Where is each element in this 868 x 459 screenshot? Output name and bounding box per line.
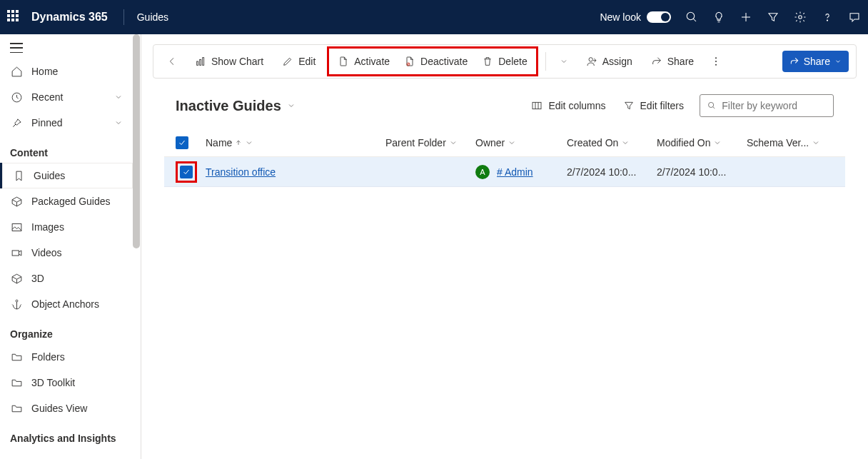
search-icon[interactable] xyxy=(685,11,698,24)
folder-icon xyxy=(10,376,23,389)
sidebar-item-label: Packaged Guides xyxy=(31,196,111,207)
lightbulb-icon[interactable] xyxy=(712,11,725,24)
column-header-modified[interactable]: Modified On xyxy=(657,137,747,148)
video-icon xyxy=(10,246,23,259)
sidebar-item-toolkit[interactable]: 3D Toolkit xyxy=(0,370,133,395)
keyword-search[interactable] xyxy=(700,94,834,117)
gear-icon[interactable] xyxy=(794,11,807,24)
toggle-icon[interactable] xyxy=(647,11,671,23)
separator xyxy=(545,52,546,71)
assign-button[interactable]: Assign xyxy=(579,50,640,73)
sidebar-item-packaged[interactable]: Packaged Guides xyxy=(0,188,133,214)
svg-rect-10 xyxy=(197,61,198,65)
cell-created: 2/7/2024 10:0... xyxy=(567,166,636,178)
chevron-down-icon xyxy=(287,101,296,110)
chevron-down-icon xyxy=(621,138,630,147)
view-header: Inactive Guides Edit columns Edit filter… xyxy=(153,87,857,120)
search-input[interactable] xyxy=(722,100,826,111)
column-header-owner[interactable]: Owner xyxy=(475,137,567,148)
help-icon[interactable] xyxy=(821,11,834,24)
svg-point-22 xyxy=(709,102,714,107)
sidebar-item-images[interactable]: Images xyxy=(0,214,133,240)
sidebar-item-label: Guides xyxy=(34,170,65,181)
edit-filters-button[interactable]: Edit filters xyxy=(615,94,692,117)
sidebar-item-videos[interactable]: Videos xyxy=(0,240,133,266)
view-name: Inactive Guides xyxy=(176,98,281,114)
share-button[interactable]: Share xyxy=(644,50,701,73)
edit-columns-button[interactable]: Edit columns xyxy=(523,94,614,117)
edit-button[interactable]: Edit xyxy=(275,50,323,73)
sidebar-item-label: Videos xyxy=(31,247,62,258)
delete-button[interactable]: Delete xyxy=(475,50,534,73)
sidebar-item-folders[interactable]: Folders xyxy=(0,344,133,370)
sidebar-item-guides[interactable]: Guides xyxy=(0,163,133,188)
svg-point-9 xyxy=(16,300,18,302)
bookmark-icon xyxy=(12,169,25,182)
sidebar-item-label: Images xyxy=(31,221,64,233)
column-header-created[interactable]: Created On xyxy=(567,137,657,148)
hamburger-icon[interactable] xyxy=(10,43,23,53)
sidebar-item-pinned[interactable]: Pinned xyxy=(0,110,133,136)
svg-rect-11 xyxy=(200,59,201,65)
sidebar-item-recent[interactable]: Recent xyxy=(0,84,133,110)
chevron-down-icon xyxy=(114,118,123,127)
label: Edit filters xyxy=(640,100,684,111)
column-label: Schema Ver... xyxy=(747,137,809,148)
sidebar-item-anchors[interactable]: Object Anchors xyxy=(0,291,133,317)
table-row[interactable]: Transition office A # Admin 2/7/2024 10:… xyxy=(164,157,845,187)
svg-rect-7 xyxy=(12,223,21,231)
folder-icon xyxy=(10,402,23,415)
command-bar: Show Chart Edit Activate Deactivate Dele… xyxy=(153,44,857,79)
svg-line-1 xyxy=(693,19,696,21)
column-header-schema[interactable]: Schema Ver... xyxy=(747,137,825,148)
sort-asc-icon xyxy=(235,139,242,146)
sidebar-item-label: Pinned xyxy=(31,117,63,128)
column-header-parent[interactable]: Parent Folder xyxy=(385,137,475,148)
select-all-checkbox[interactable] xyxy=(176,136,188,149)
main-area: Show Chart Edit Activate Deactivate Dele… xyxy=(141,34,868,459)
cube-icon xyxy=(10,272,23,285)
show-chart-button[interactable]: Show Chart xyxy=(188,50,271,73)
column-header-name[interactable]: Name xyxy=(206,137,385,148)
chevron-down-icon xyxy=(713,138,722,147)
sidebar-item-label: Home xyxy=(31,66,58,77)
label: Edit columns xyxy=(548,100,605,111)
svg-rect-8 xyxy=(12,250,19,255)
svg-point-17 xyxy=(715,61,717,62)
grid-header-row: Name Parent Folder Owner Created On xyxy=(164,128,845,157)
svg-rect-19 xyxy=(533,102,541,109)
filter-icon[interactable] xyxy=(767,11,779,24)
back-button[interactable] xyxy=(161,50,183,73)
more-commands-button[interactable] xyxy=(705,56,727,67)
new-look-toggle[interactable]: New look xyxy=(600,11,671,23)
activate-button[interactable]: Activate xyxy=(330,50,397,73)
owner-link[interactable]: # Admin xyxy=(497,166,533,178)
overflow-dropdown[interactable] xyxy=(553,57,575,66)
divider xyxy=(123,9,124,25)
svg-line-14 xyxy=(408,64,410,66)
record-link[interactable]: Transition office xyxy=(206,166,276,178)
home-icon xyxy=(10,65,23,78)
cmd-label: Share xyxy=(667,56,694,67)
module-title[interactable]: Guides xyxy=(137,11,168,23)
assistant-icon[interactable] xyxy=(848,11,861,24)
share-primary-button[interactable]: Share xyxy=(782,51,849,72)
sidebar-item-guides-view[interactable]: Guides View xyxy=(0,395,133,421)
sidebar-item-label: Folders xyxy=(31,351,65,363)
brand-title: Dynamics 365 xyxy=(31,11,108,24)
column-label: Created On xyxy=(567,137,618,148)
header-left: Dynamics 365 Guides xyxy=(7,9,168,25)
scrollbar[interactable] xyxy=(132,34,141,459)
plus-icon[interactable] xyxy=(740,11,752,24)
sidebar-item-3d[interactable]: 3D xyxy=(0,266,133,291)
deactivate-button[interactable]: Deactivate xyxy=(397,50,475,73)
folder-icon xyxy=(10,350,23,363)
row-checkbox[interactable] xyxy=(180,166,193,178)
sidebar-item-home[interactable]: Home xyxy=(0,59,133,84)
chevron-down-icon xyxy=(245,138,253,147)
app-launcher-icon[interactable] xyxy=(7,10,21,24)
svg-point-18 xyxy=(715,64,717,66)
chevron-down-icon xyxy=(834,58,842,65)
view-selector[interactable]: Inactive Guides xyxy=(176,98,296,114)
new-look-label: New look xyxy=(600,11,641,23)
